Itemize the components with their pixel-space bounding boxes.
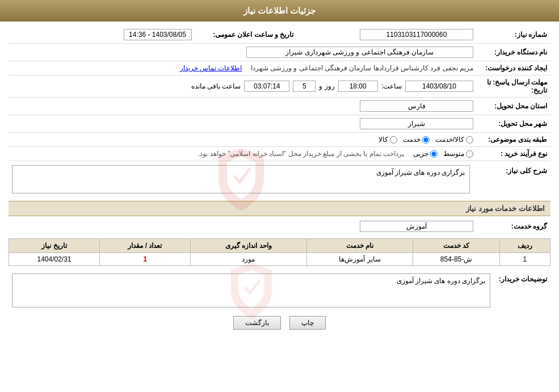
category-radio-khedmat[interactable] [422, 136, 430, 144]
category-option-khedmat: خدمت [403, 136, 430, 144]
services-section-title: اطلاعات خدمات مورد نیاز [466, 204, 545, 213]
row-general-desc: شرح کلی نیاز: برگزاری دوره های شیراز آمو… [9, 162, 550, 196]
row-buyer-desc: توضیحات خریدار: برگزاری دوره های شیراز آ… [9, 271, 550, 310]
services-table-header-row: ردیف کد خدمت نام خدمت واحد اندازه گیری ت… [9, 239, 550, 253]
delivery-city-label: شهر محل تحویل: [473, 120, 547, 128]
process-label-jozi: جزیی [413, 150, 428, 158]
col-header-unit: واحد اندازه گیری [190, 239, 306, 253]
print-button[interactable]: چاپ [289, 316, 326, 330]
footer-buttons: چاپ بازگشت [9, 310, 550, 335]
row-province: استان محل تحویل: [9, 99, 550, 113]
category-label-kala: کالا [379, 136, 388, 144]
row-category: طبقه بندی موضوعی: کالا/خدمت خدمت کالا [9, 134, 550, 145]
services-table: ردیف کد خدمت نام خدمت واحد اندازه گیری ت… [9, 238, 550, 266]
deadline-days-input[interactable] [293, 81, 316, 92]
buyer-org-input[interactable] [246, 47, 473, 58]
deadline-date-input[interactable] [405, 81, 473, 92]
need-number-field [294, 29, 474, 40]
delivery-province-input[interactable] [360, 100, 473, 112]
category-field: کالا/خدمت خدمت کالا [12, 136, 473, 144]
cell-quantity: 1 [100, 253, 191, 266]
delivery-province-field [12, 100, 473, 112]
announce-datetime-field [12, 29, 192, 40]
service-group-input[interactable] [360, 221, 473, 232]
cell-service-name: سایر آموزش‌ها [306, 253, 413, 266]
page-wrapper: جزئیات اطلاعات نیاز شماره نیاز: تاریخ و … [0, 0, 559, 392]
col-header-need-date: تاریخ نیاز [9, 239, 100, 253]
row-buyer-org: نام دستگاه خریدار: [9, 45, 550, 60]
services-section-header: اطلاعات خدمات مورد نیاز [9, 201, 550, 216]
page-header: جزئیات اطلاعات نیاز [0, 0, 559, 22]
service-group-field [12, 221, 473, 232]
row-process-type: نوع فرآیند خرید : متوسط جزیی پرداخت تمام… [9, 148, 550, 159]
general-desc-field: برگزاری دوره های شیراز آموزی [12, 165, 470, 193]
creator-contact-link[interactable]: اطلاعات تماس خریدار [180, 64, 242, 72]
cell-service-code: ش-85-854 [413, 253, 499, 266]
deadline-time-label: ساعت: [381, 82, 402, 90]
row-need-number: شماره نیاز: تاریخ و ساعت اعلان عمومی: [9, 27, 550, 42]
cell-need-date: 1404/02/31 [9, 253, 100, 266]
category-label: طبقه بندی موضوعی: [473, 136, 547, 144]
buyer-desc-field: برگزاری دوره های شیراز آموزی [12, 273, 490, 307]
process-radio-mutavasset[interactable] [466, 150, 473, 158]
announce-datetime-label: تاریخ و ساعت اعلان عمومی: [192, 31, 294, 39]
deadline-label: مهلت ارسال پاسخ: تا تاریخ: [473, 78, 547, 94]
row-service-group: گروه خدمت: [9, 219, 550, 234]
process-type-label: نوع فرآیند خرید : [473, 150, 547, 158]
need-number-input[interactable] [360, 29, 473, 40]
process-note: پرداخت تمام یا بخشی از مبلغ خریداز محل "… [198, 150, 404, 158]
buyer-desc-text: برگزاری دوره های شیراز آموزی [397, 277, 485, 285]
category-option-kala-khedmat: کالا/خدمت [435, 136, 473, 144]
creator-value: مریم نجفی فرد کارشناس قراردادها سازمان ف… [251, 64, 473, 72]
deadline-days-label: روز و [319, 82, 334, 90]
buyer-desc-inner: برگزاری دوره های شیراز آموزی [12, 273, 490, 307]
delivery-city-input[interactable] [360, 118, 473, 129]
col-header-row-num: ردیف [499, 239, 550, 253]
cell-unit: مورد [190, 253, 306, 266]
table-row: 1 ش-85-854 سایر آموزش‌ها مورد 1 1404/02/… [9, 253, 550, 266]
deadline-field: ساعت: روز و ساعت باقی مانده [12, 81, 473, 92]
need-number-label: شماره نیاز: [473, 31, 547, 39]
category-radio-kala-khedmat[interactable] [466, 136, 473, 144]
service-group-label: گروه خدمت: [473, 222, 547, 230]
content-area: شماره نیاز: تاریخ و ساعت اعلان عمومی: نا… [0, 22, 559, 341]
back-button[interactable]: بازگشت [233, 316, 281, 330]
row-creator: ایجاد کننده درخواست: مریم نجفی فرد کارشن… [9, 62, 550, 74]
process-label-mutavasset: متوسط [443, 150, 464, 158]
process-radio-group: متوسط جزیی [413, 150, 473, 158]
creator-label: ایجاد کننده درخواست: [473, 64, 547, 72]
buyer-org-label: نام دستگاه خریدار: [473, 48, 547, 56]
announce-datetime-input[interactable] [124, 29, 192, 40]
process-option-mutavasset: متوسط [443, 150, 473, 158]
row-deadline: مهلت ارسال پاسخ: تا تاریخ: ساعت: روز و س… [9, 77, 550, 96]
buyer-org-field [12, 47, 473, 58]
category-radio-kala[interactable] [390, 136, 397, 144]
page-title: جزئیات اطلاعات نیاز [243, 6, 316, 15]
col-header-quantity: تعداد / مقدار [100, 239, 191, 253]
general-desc-text: برگزاری دوره های شیراز آموزی [376, 168, 465, 176]
buyer-desc-label: توضیحات خریدار: [490, 273, 547, 283]
cell-row-num: 1 [499, 253, 550, 266]
creator-field: مریم نجفی فرد کارشناس قراردادها سازمان ف… [12, 64, 473, 72]
category-option-kala: کالا [379, 136, 397, 144]
category-label-kala-khedmat: کالا/خدمت [435, 136, 464, 144]
process-type-field: متوسط جزیی پرداخت تمام یا بخشی از مبلغ خ… [12, 150, 473, 158]
process-option-jozi: جزیی [413, 150, 438, 158]
deadline-time-input[interactable] [338, 81, 378, 92]
col-header-service-name: نام خدمت [306, 239, 413, 253]
category-radio-group: کالا/خدمت خدمت کالا [379, 136, 473, 144]
delivery-city-field [12, 118, 473, 129]
col-header-service-code: کد خدمت [413, 239, 499, 253]
delivery-province-label: استان محل تحویل: [473, 102, 547, 110]
row-city: شهر محل تحویل: [9, 116, 550, 131]
deadline-remaining-label: ساعت باقی مانده [191, 82, 241, 90]
process-radio-jozi[interactable] [430, 150, 438, 158]
deadline-remaining-input[interactable] [244, 81, 289, 92]
category-label-khedmat: خدمت [403, 136, 421, 144]
general-desc-label: شرح کلی نیاز: [473, 165, 547, 175]
